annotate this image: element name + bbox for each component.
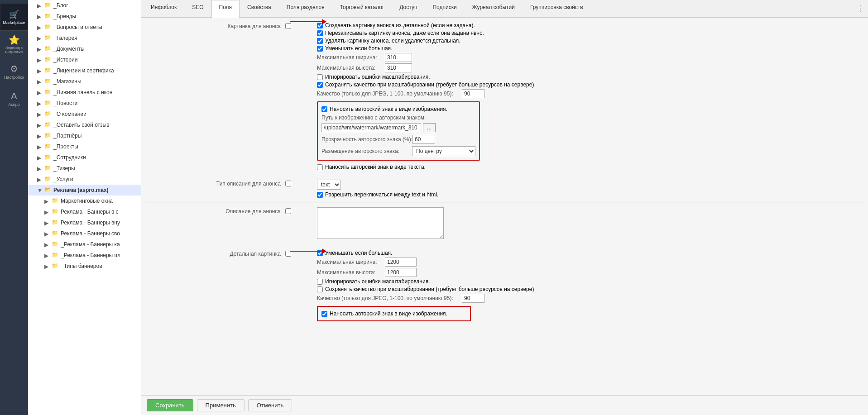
overwrite-cb[interactable] — [317, 30, 323, 36]
delete-with-detail-label[interactable]: Удалять картинку анонса, если удаляется … — [325, 38, 460, 44]
scale-down-label[interactable]: Уменьшать если большая. — [325, 45, 392, 52]
tree-item-reviews[interactable]: ▶ 📁 _Оставить свой отзыв — [28, 119, 141, 130]
tab-group-props[interactable]: Группировка свойств — [523, 0, 591, 17]
detail-apply-image-wm-cb[interactable] — [321, 311, 327, 317]
folder-icon: 📁 — [44, 67, 52, 74]
wm-browse-button[interactable]: ... — [423, 123, 436, 132]
apply-image-wm-label[interactable]: Наносить авторский знак в виде изображен… — [330, 106, 447, 112]
detail-max-height-input[interactable] — [385, 268, 417, 277]
settings-button[interactable]: ⚙ Настройки — [0, 58, 28, 85]
wm-placement-select[interactable]: По центру В левом верхнем углу В правом … — [412, 146, 475, 156]
tab-section-fields[interactable]: Поля разделов — [279, 0, 332, 17]
ignore-scale-cb[interactable] — [317, 74, 323, 80]
wm-transparency-input[interactable] — [412, 135, 435, 144]
preview-picture-checkbox[interactable] — [285, 23, 291, 29]
tree-item-marketing[interactable]: ▶ 📁 Маркетинговые окна — [28, 196, 141, 206]
ignore-scale-label[interactable]: Игнорировать ошибки масштабирования. — [325, 74, 430, 80]
detail-scale-down-label[interactable]: Уменьшать если большая. — [325, 250, 392, 256]
apply-text-wm-label[interactable]: Наносить авторский знак в виде текста. — [325, 164, 426, 170]
max-height-input[interactable] — [385, 63, 412, 72]
desc-type-select[interactable]: text html — [317, 180, 341, 190]
tree-item-banners-custom[interactable]: ▶ 📁 Реклама - Баннеры сво — [28, 228, 141, 239]
tab-properties[interactable]: Свойства — [240, 0, 279, 17]
overwrite-row: Перезаписывать картинку анонса, даже есл… — [317, 30, 864, 36]
detail-save-quality-label[interactable]: Сохранять качество при масштабировании (… — [325, 286, 534, 292]
tab-subscriptions[interactable]: Подписки — [425, 0, 464, 17]
tree-item-banners-inner[interactable]: ▶ 📁 Реклама - Баннеры вну — [28, 217, 141, 228]
wm-path-label: Путь к изображению с авторским знаком: — [321, 114, 475, 121]
detail-save-quality-cb[interactable] — [317, 286, 323, 292]
allow-switch-label[interactable]: Разрешить переключаться между text и htm… — [325, 191, 438, 198]
detail-apply-image-wm-label[interactable]: Наносить авторский знак в виде изображен… — [330, 310, 447, 317]
desc-type-checkbox[interactable] — [285, 181, 291, 186]
tab-fields[interactable]: Поля — [211, 0, 240, 18]
tree-item-docs[interactable]: ▶ 📁 _Документы — [28, 43, 141, 54]
cancel-button[interactable]: Отменить — [248, 399, 292, 411]
save-button[interactable]: Сохранить — [147, 399, 193, 411]
preview-text-checkbox[interactable] — [285, 208, 291, 214]
tree-item-licenses[interactable]: ▶ 📁 _Лицензии и сертифика — [28, 65, 141, 76]
create-from-detail-label[interactable]: Создавать картинку анонса из детальной (… — [325, 22, 475, 29]
watermark-box-preview: Наносить авторский знак в виде изображен… — [317, 101, 480, 161]
tab-seo[interactable]: SEO — [184, 0, 211, 17]
preview-text-textarea[interactable] — [317, 207, 444, 239]
tab-event-log[interactable]: Журнал событий — [465, 0, 523, 17]
tree-item-partners[interactable]: ▶ 📁 _Партнёры — [28, 130, 141, 141]
save-quality-row: Сохранять качество при масштабировании (… — [317, 81, 864, 88]
apply-image-wm-cb[interactable] — [321, 106, 327, 112]
folder-icon: 📁 — [44, 34, 52, 42]
max-width-input[interactable] — [385, 53, 412, 62]
tree-item-about[interactable]: ▶ 📁 _О компании — [28, 109, 141, 119]
tree-item-staff[interactable]: ▶ 📁 _Сотрудники — [28, 152, 141, 163]
allow-switch-row: Разрешить переключаться между text и htm… — [317, 191, 864, 198]
save-quality-cb[interactable] — [317, 82, 323, 88]
folder-icon: 📁 — [44, 121, 52, 129]
save-quality-label[interactable]: Сохранять качество при масштабировании (… — [325, 81, 534, 88]
tree-item-shops[interactable]: ▶ 📁 _Магазины — [28, 76, 141, 87]
tab-infoblock[interactable]: Инфоблок — [143, 0, 184, 17]
folder-icon: 📁 — [44, 110, 52, 118]
detail-apply-image-wm-row: Наносить авторский знак в виде изображен… — [321, 310, 466, 317]
scale-down-cb[interactable] — [317, 46, 323, 52]
delete-with-detail-cb[interactable] — [317, 38, 323, 44]
tree-item-reklama[interactable]: ▼ 📂 Реклама (aspro.max) — [28, 185, 141, 196]
tree-item-banners-cat[interactable]: ▶ 📁 _Реклама - Баннеры ка — [28, 239, 141, 250]
tree-item-teasers[interactable]: ▶ 📁 _Тизеры — [28, 163, 141, 174]
tab-access[interactable]: Доступ — [392, 0, 425, 17]
tree-item-faq[interactable]: ▶ 📁 _Вопросы и ответы — [28, 22, 141, 33]
folder-icon: 📁 — [44, 143, 52, 150]
tree-item-news[interactable]: ▶ 📁 _Новости — [28, 98, 141, 109]
preview-picture-label: Картинка для анонса — [204, 21, 285, 29]
apply-text-wm-cb[interactable] — [317, 164, 323, 170]
detail-quality-input[interactable] — [462, 294, 484, 303]
apply-text-wm-row: Наносить авторский знак в виде текста. — [317, 164, 864, 170]
tree-item-label: _Вопросы и ответы — [53, 24, 102, 30]
detail-ignore-scale-cb[interactable] — [317, 279, 323, 285]
overwrite-label[interactable]: Перезаписывать картинку анонса, даже есл… — [325, 30, 484, 36]
detail-ignore-scale-label[interactable]: Игнорировать ошибки масштабирования. — [325, 278, 430, 285]
tab-trade-catalog[interactable]: Торговый каталог — [332, 0, 392, 17]
tree-item-label: _Нижняя панель с икон — [53, 89, 112, 95]
tree-item-label: _О компании — [53, 111, 86, 117]
tree-item-banners-pl[interactable]: ▶ 📁 _Реклама - Баннеры пл — [28, 250, 141, 261]
wm-path-input[interactable] — [321, 123, 421, 132]
apply-button[interactable]: Применить — [197, 399, 245, 411]
aspro-button[interactable]: A Аспро — [0, 85, 28, 112]
bitrix24-button[interactable]: ⭐ Переход в Битрикс24 — [0, 31, 28, 58]
tree-item-brands[interactable]: ▶ 📁 _Бренды — [28, 11, 141, 22]
tree-item-services[interactable]: ▶ 📁 _Услуги — [28, 174, 141, 185]
tree-item-projects[interactable]: ▶ 📁 _Проекты — [28, 141, 141, 152]
resize-handle-right[interactable]: ⋮ — [854, 0, 866, 17]
quality-label: Качество (только для JPEG, 1-100, по умо… — [317, 91, 462, 97]
tree-item-stories[interactable]: ▶ 📁 _Истории — [28, 54, 141, 65]
tree-item-blog[interactable]: ▶ 📁 _Блог — [28, 0, 141, 11]
tree-item-banner-types[interactable]: ▶ 📁 _Типы баннеров — [28, 261, 141, 272]
detail-max-width-input[interactable] — [385, 258, 417, 267]
allow-switch-cb[interactable] — [317, 192, 323, 198]
quality-input[interactable] — [462, 89, 484, 98]
tree-item-gallery[interactable]: ▶ 📁 _Галерея — [28, 33, 141, 43]
marketplace-button[interactable]: 🛒 Marketplace — [0, 4, 28, 31]
tree-item-banners-site[interactable]: ▶ 📁 Реклама - Баннеры в с — [28, 206, 141, 217]
tree-item-bottom-panel[interactable]: ▶ 📁 _Нижняя панель с икон — [28, 87, 141, 98]
folder-icon: 📁 — [52, 219, 59, 226]
